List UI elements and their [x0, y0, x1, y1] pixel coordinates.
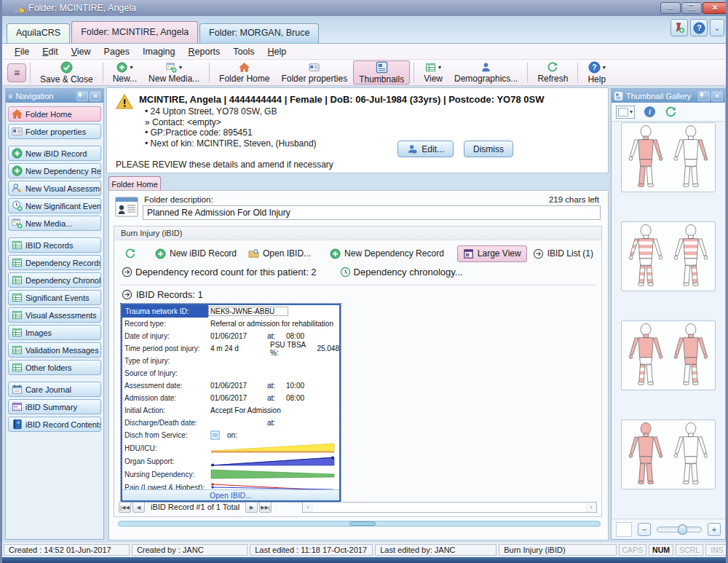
sidebar-item-dependency-chronology[interactable]: Dependency Chronology: [8, 272, 101, 288]
refresh-icon[interactable]: [665, 106, 677, 118]
sidebar-item-new-ibid-record[interactable]: New iBID Record: [8, 146, 101, 161]
menu-pages[interactable]: Pages: [98, 45, 136, 58]
menu-view[interactable]: View: [65, 45, 98, 58]
sidebar-item-visual-assessments[interactable]: Visual Assessments: [8, 307, 101, 323]
scrollbar-thumb[interactable]: [349, 521, 376, 526]
patient-detail-line: » Contact: <empty>: [145, 117, 317, 128]
edit-button[interactable]: i Edit...: [397, 141, 454, 157]
sidebar-item-new-media[interactable]: New Media...: [8, 216, 101, 231]
sidebar-item-ibid-summary[interactable]: iBID Summary: [8, 399, 101, 414]
body-map-thumbnail-2[interactable]: [621, 221, 716, 291]
menu-tools[interactable]: Tools: [226, 45, 261, 58]
menu-file[interactable]: File: [8, 45, 36, 58]
first-record-button[interactable]: |◀◀: [119, 502, 131, 513]
scroll-left-icon[interactable]: ‹: [303, 504, 313, 511]
last-record-button[interactable]: ▶▶|: [259, 502, 272, 513]
ibid-record-card[interactable]: Trauma network ID:NEK9-JWNE-ABBURecord t…: [121, 304, 341, 502]
scroll-right-icon[interactable]: ›: [586, 504, 596, 511]
body-map-thumbnail-4[interactable]: [621, 420, 716, 489]
record-scrollbar[interactable]: ‹ ›: [302, 502, 597, 513]
new-dependency-record-button[interactable]: New Dependency Record: [324, 245, 450, 262]
zoom-slider[interactable]: [657, 527, 702, 532]
minimize-button[interactable]: –: [660, 2, 681, 14]
sidebar-item-significant-events[interactable]: Significant Events: [8, 290, 101, 305]
sidebar-item-ibid-records[interactable]: IBID Records: [8, 237, 101, 253]
ibid-list-1-button[interactable]: IBID List (1): [527, 245, 599, 262]
zoom-in-button[interactable]: +: [708, 523, 721, 536]
toolbar-menu-button[interactable]: ≡: [7, 63, 26, 82]
large-view-button[interactable]: Large View: [457, 245, 527, 262]
field-label: Disch from Service:: [124, 431, 210, 439]
menu-reports[interactable]: Reports: [182, 45, 227, 58]
help-button[interactable]: ?: [690, 19, 708, 36]
prev-record-button[interactable]: ◀: [132, 502, 145, 513]
panel-horizontal-scrollbar[interactable]: [118, 521, 601, 527]
open-ibid-button[interactable]: Open IBID...: [122, 489, 339, 500]
dependency-chronology-link[interactable]: Dependency chronology...: [340, 267, 463, 277]
tab-aquilacrs[interactable]: AquilaCRS: [7, 23, 70, 43]
demographics-button[interactable]: Demographics...: [448, 60, 523, 84]
plus-circle-icon: [12, 165, 23, 176]
refresh-button[interactable]: [119, 245, 142, 262]
sidebar-item-other-folders[interactable]: Other folders: [8, 360, 101, 375]
expand-options-button[interactable]: ⌄: [710, 19, 724, 36]
new-button[interactable]: ▾New...: [107, 60, 143, 84]
sidebar-item-new-visual-assessment[interactable]: New Visual Assessment: [8, 181, 101, 196]
thumbnail-style-dropdown[interactable]: ▾: [616, 106, 635, 119]
open-ibid-button[interactable]: Open IBID...: [242, 245, 317, 262]
new-ibid-record-button[interactable]: New iBID Record: [149, 245, 242, 262]
body-map-thumbnail-1[interactable]: [621, 122, 716, 192]
refresh-button[interactable]: Refresh: [531, 60, 574, 84]
pin-icon[interactable]: [76, 91, 88, 101]
button-label: New Dependency Record: [344, 248, 444, 259]
save-close-button[interactable]: Save & Close: [34, 60, 99, 84]
sidebar-item-folder-home[interactable]: Folder Home: [8, 106, 101, 122]
new-media-button[interactable]: ▾New Media...: [143, 60, 205, 84]
help-button[interactable]: ?▾Help: [582, 60, 612, 84]
sidebar-item-new-dependency-record[interactable]: New Dependency Record: [8, 163, 101, 178]
sidebar-item-images[interactable]: Images: [8, 325, 101, 340]
gallery-title: Thumbnail Gallery: [626, 92, 697, 101]
close-panel-icon[interactable]: ✕: [711, 91, 723, 101]
checkbox-icon[interactable]: [210, 430, 220, 440]
menu-imaging[interactable]: Imaging: [136, 45, 181, 58]
tab-folder-morgan-bruce[interactable]: Folder: MORGAN, Bruce: [199, 23, 319, 43]
view-button[interactable]: ▾View: [418, 60, 448, 84]
table-icon: [12, 275, 23, 286]
close-panel-icon[interactable]: ✕: [90, 91, 101, 101]
sidebar-item-dependency-records[interactable]: Dependency Records: [8, 255, 101, 270]
zoom-out-button[interactable]: −: [638, 523, 651, 536]
sidebar-item-new-significant-event[interactable]: New Significant Event: [8, 198, 101, 213]
plus-circle-icon: [116, 62, 127, 73]
tab-folder-mcintire-angela[interactable]: Folder: MCINTIRE, Angela: [71, 21, 198, 43]
pin-icon[interactable]: [698, 91, 710, 101]
dependency-count-link[interactable]: Dependency record count for this patient…: [122, 267, 317, 277]
thumbnails-button[interactable]: Thumbnails: [353, 60, 410, 84]
sidebar-item-folder-properties[interactable]: Folder properties: [8, 124, 101, 139]
ibid-records-link[interactable]: IBID Records: 1: [122, 289, 203, 300]
maximize-button[interactable]: ❐: [681, 2, 702, 14]
field-label: Assessment date:: [124, 382, 210, 390]
folder-description-input[interactable]: [143, 205, 601, 220]
add-bookmark-button[interactable]: [670, 19, 688, 36]
field-value: 01/06/2017: [210, 332, 267, 340]
clock-plus-icon: [12, 200, 23, 211]
menu-edit[interactable]: Edit: [36, 45, 65, 58]
close-button[interactable]: ✕: [703, 2, 727, 14]
sidebar-item-ibid-record-contents[interactable]: iBID Record Contents: [8, 417, 101, 432]
extra-label: PSU TBSA %:: [270, 341, 312, 357]
dismiss-button[interactable]: Dismiss: [464, 141, 513, 157]
field-label: Organ Support:: [124, 457, 210, 465]
sidebar-item-care-journal[interactable]: Care Journal: [8, 382, 101, 397]
folder-properties-button[interactable]: Folder properties: [275, 60, 353, 84]
button-label: Demographics...: [454, 74, 518, 84]
tab-folder-home[interactable]: Folder Home: [108, 176, 161, 191]
menu-help[interactable]: Help: [261, 45, 293, 58]
zoom-slider-knob[interactable]: [678, 524, 687, 535]
info-icon[interactable]: i: [644, 106, 656, 118]
folder-home-button[interactable]: Folder Home: [213, 60, 275, 84]
body-map-thumbnail-3[interactable]: [621, 320, 716, 390]
next-record-button[interactable]: ▶: [245, 502, 258, 513]
panel-menu-icon[interactable]: ≡: [8, 92, 12, 101]
sidebar-item-validation-messages[interactable]: Validation Messages: [8, 342, 101, 358]
